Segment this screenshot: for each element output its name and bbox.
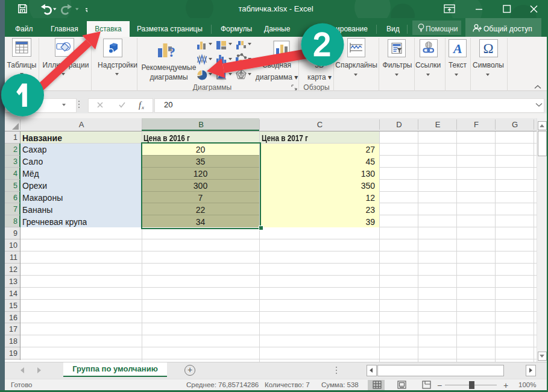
svg-text:2: 2 <box>313 27 330 62</box>
